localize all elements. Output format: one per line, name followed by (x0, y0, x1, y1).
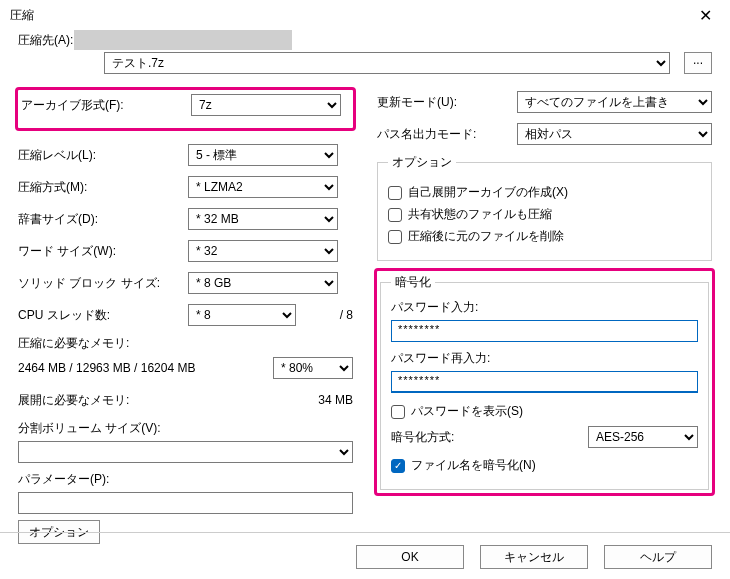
window-title: 圧縮 (10, 7, 690, 24)
archive-name-select[interactable]: テスト.7z (104, 52, 670, 74)
level-label: 圧縮レベル(L): (18, 147, 188, 164)
threads-max: / 8 (296, 308, 353, 322)
update-label: 更新モード(U): (377, 94, 517, 111)
memc-pct-select[interactable]: * 80% (273, 357, 353, 379)
update-select[interactable]: すべてのファイルを上書き (517, 91, 712, 113)
threads-label: CPU スレッド数: (18, 307, 188, 324)
param-label: パラメーター(P): (18, 471, 353, 488)
encmethod-select[interactable]: AES-256 (588, 426, 698, 448)
vol-select[interactable] (18, 441, 353, 463)
options-legend: オプション (388, 154, 456, 171)
dict-label: 辞書サイズ(D): (18, 211, 188, 228)
encryption-group: 暗号化 パスワード入力: ******** パスワード再入力: ********… (380, 274, 709, 490)
method-label: 圧縮方式(M): (18, 179, 188, 196)
format-label: アーカイブ形式(F): (21, 97, 191, 114)
encryption-legend: 暗号化 (391, 274, 435, 291)
ok-button[interactable]: OK (356, 545, 464, 569)
vol-label: 分割ボリューム サイズ(V): (18, 420, 353, 437)
pathmode-label: パス名出力モード: (377, 126, 517, 143)
solid-select[interactable]: * 8 GB (188, 272, 338, 294)
encrypt-names-checkbox[interactable]: ✓ファイル名を暗号化(N) (391, 457, 698, 474)
memd-label: 展開に必要なメモリ: (18, 392, 188, 409)
password-input[interactable]: ******** (391, 320, 698, 342)
word-label: ワード サイズ(W): (18, 243, 188, 260)
cancel-button[interactable]: キャンセル (480, 545, 588, 569)
password-confirm-input[interactable]: ******** (391, 371, 698, 393)
encmethod-label: 暗号化方式: (391, 429, 588, 446)
pw2-label: パスワード再入力: (391, 350, 698, 367)
method-select[interactable]: * LZMA2 (188, 176, 338, 198)
browse-button[interactable]: ... (684, 52, 712, 74)
show-password-checkbox[interactable]: パスワードを表示(S) (391, 403, 698, 420)
options-group: オプション 自己展開アーカイブの作成(X) 共有状態のファイルも圧縮 圧縮後に元… (377, 154, 712, 261)
solid-label: ソリッド ブロック サイズ: (18, 275, 188, 292)
param-input[interactable] (18, 492, 353, 514)
masked-path (74, 30, 292, 50)
pathmode-select[interactable]: 相対パス (517, 123, 712, 145)
dict-select[interactable]: * 32 MB (188, 208, 338, 230)
shared-checkbox[interactable]: 共有状態のファイルも圧縮 (388, 206, 701, 223)
word-select[interactable]: * 32 (188, 240, 338, 262)
sfx-checkbox[interactable]: 自己展開アーカイブの作成(X) (388, 184, 701, 201)
help-button[interactable]: ヘルプ (604, 545, 712, 569)
level-select[interactable]: 5 - 標準 (188, 144, 338, 166)
memd-value: 34 MB (188, 393, 353, 407)
memc-label: 圧縮に必要なメモリ: (18, 335, 353, 352)
pw1-label: パスワード入力: (391, 299, 698, 316)
threads-select[interactable]: * 8 (188, 304, 296, 326)
format-select[interactable]: 7z (191, 94, 341, 116)
delete-checkbox[interactable]: 圧縮後に元のファイルを削除 (388, 228, 701, 245)
memc-detail: 2464 MB / 12963 MB / 16204 MB (18, 361, 208, 375)
close-icon[interactable]: ✕ (690, 6, 720, 25)
archive-mask-label: 圧縮先(A): (18, 32, 74, 49)
check-icon: ✓ (391, 459, 405, 473)
